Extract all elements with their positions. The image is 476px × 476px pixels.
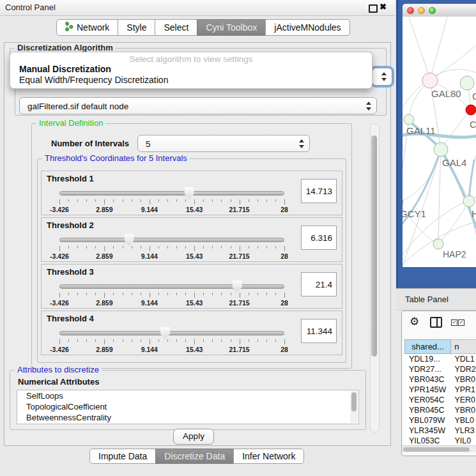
table-row[interactable]: YBR045C YBR0 [404,405,476,415]
minimize-traffic-light-icon[interactable] [418,7,425,14]
table-row[interactable]: YLR345W YLR3 [404,426,476,436]
tab-impute-data[interactable]: Impute Data [89,449,156,464]
gal80-node[interactable] [422,73,438,88]
tab-label: Infer Network [242,451,295,461]
red-node[interactable] [466,105,476,115]
slider-thumb[interactable] [124,234,135,246]
dropdown-item-manual-discretization[interactable]: Manual Discretization [10,64,372,75]
checkbox-icon[interactable]: ✓ [458,319,464,326]
slider-tick [221,339,222,342]
dropdown-item-equal-width-frequency-discretization[interactable]: Equal Width/Frequency Discretization [10,75,372,86]
threshold-slider[interactable]: -3.4262.8599.14415.4321.71528 [59,187,284,213]
attribute-item-selfloops[interactable]: SelfLoops [17,390,358,401]
slider-tick [158,199,159,202]
attributes-group-title: Attributes to discretize [15,365,102,374]
float-window-icon[interactable] [369,4,378,13]
slider-thumb[interactable] [184,187,195,199]
slider-tick-label: 21.715 [229,346,250,353]
topright-node[interactable] [460,76,474,90]
table-data-combobox[interactable]: galFiltered.sif default node [19,97,377,114]
slider-tick [194,339,195,344]
table-horizontal-scrollbar[interactable] [402,445,476,452]
table-row[interactable]: YBL079W YBL0 [404,415,476,426]
numerical-attributes-list[interactable]: SelfLoopsTopologicalCoefficientBetweenne… [17,390,359,424]
slider-track[interactable] [59,331,284,335]
close-icon[interactable]: ✖ [380,2,387,12]
column-header-name[interactable]: n [451,339,476,354]
checkbox-icon[interactable]: ✓ [451,319,457,326]
network-canvas[interactable]: GAL80GGAL11CGAL4GCY1HHAP2 [403,17,476,267]
slider-track[interactable] [59,284,284,289]
threshold-slider[interactable]: -3.4262.8599.14415.4321.71528 [59,233,284,260]
slider-tick [132,246,132,249]
table-panel-window: ⚙ ✓ ✓ shared... n YDL19... YDL1YDR27... … [401,311,476,456]
threshold-slider[interactable]: -3.4262.8599.14415.4321.71528 [59,326,284,353]
slider-tick [77,293,78,295]
close-traffic-light-icon[interactable] [407,7,414,14]
gal4-node[interactable] [434,142,448,157]
table-row[interactable]: YER054C YER0 [404,395,476,405]
tab-network[interactable]: Network [56,19,118,36]
panel-scrollbar-thumb[interactable] [371,135,377,357]
gcy1-node[interactable] [403,197,403,208]
number-of-intervals-combobox[interactable]: 5 [137,135,310,152]
attributes-list-scrollbar[interactable] [350,391,358,423]
attribute-item-topologicalcoefficient[interactable]: TopologicalCoefficient [17,401,358,412]
threshold-value-field[interactable]: 14.713 [301,179,337,203]
table-row[interactable]: YIL053C YIL0 [404,436,476,446]
slider-tick-label: 9.144 [141,299,158,307]
tab-label: jActiveMNodules [274,22,341,33]
table-horizontal-scrollbar-thumb[interactable] [403,447,470,452]
threshold-value-field[interactable]: 6.316 [301,226,337,250]
tab-select[interactable]: Select [155,19,197,36]
cell-name: YER0 [451,395,476,405]
slider-tick [266,199,267,202]
threshold-label: Threshold 3 [47,267,94,277]
attribute-item-betweennesscentrality[interactable]: BetweennessCentrality [17,412,358,423]
slider-tick [141,199,141,202]
slider-tick [123,246,123,249]
slider-thumb[interactable] [232,280,243,293]
cell-shared-name: YBL079W [404,415,451,426]
slider-tick [167,199,168,202]
h-node[interactable] [463,196,475,207]
slider-tick [203,199,204,202]
panel-scrollbar[interactable] [370,123,380,433]
slider-track[interactable] [59,191,284,196]
algorithm-combobox-stepper[interactable] [372,68,392,86]
slider-tick [167,293,168,295]
tab-discretize-data[interactable]: Discretize Data [155,449,234,464]
slider-tick-label: 9.144 [141,252,158,260]
tab-jactivemnodules[interactable]: jActiveMNodules [265,19,349,36]
zoom-traffic-light-icon[interactable] [429,7,436,14]
apply-button[interactable]: Apply [173,429,214,445]
threshold-value-field[interactable]: 21.4 [301,272,337,296]
tab-cyni-toolbox[interactable]: Cyni Toolbox [197,19,266,36]
split-column-icon[interactable] [430,317,442,328]
threshold-value-field[interactable]: 11.344 [301,319,337,343]
slider-track[interactable] [59,238,284,242]
cyni-settings-panel: Discretization Algorithm Select algorith… [4,42,391,446]
table-row[interactable]: YDL19... YDL1 [404,354,476,364]
gal11-node[interactable] [404,114,414,125]
panel-title: Control Panel [5,3,56,12]
gear-icon[interactable]: ⚙ [410,315,419,328]
slider-tick [231,246,231,249]
slider-tick [104,339,105,344]
column-header-shared-name[interactable]: shared... [404,339,451,354]
table-row[interactable]: YPR145W YPR1 [404,385,476,395]
slider-tick [240,199,240,204]
hap2-node[interactable] [433,239,443,249]
table-row[interactable]: YBR043C YBR0 [404,374,476,385]
threshold-slider[interactable]: -3.4262.8599.14415.4321.71528 [59,280,284,307]
slider-thumb[interactable] [160,327,171,339]
slider-tick [86,293,87,295]
slider-tick [203,246,204,249]
slider-tick [194,199,195,204]
tab-style[interactable]: Style [118,19,155,36]
threshold-block-2: Threshold 2 -3.4262.8599.14415.4321.7152… [41,217,342,262]
attributes-list-scrollbar-thumb[interactable] [351,392,357,411]
network-window-titlebar[interactable] [403,4,476,17]
table-row[interactable]: YDR27... YDR2 [404,364,476,374]
tab-infer-network[interactable]: Infer Network [233,449,304,464]
